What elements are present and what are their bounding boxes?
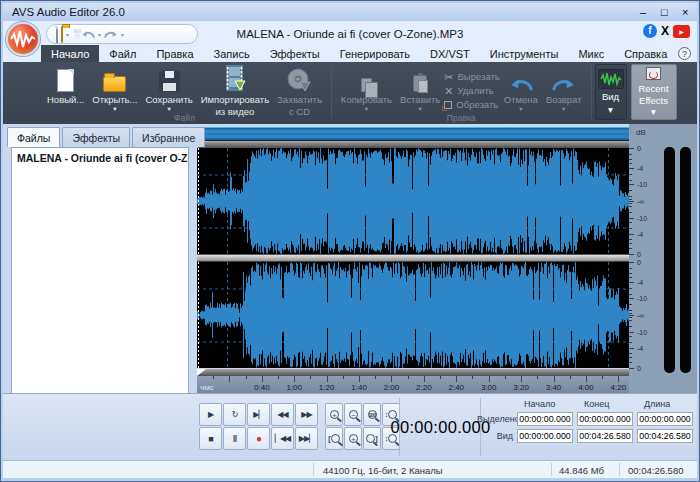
db-tick — [629, 273, 632, 274]
tab-record[interactable]: Запись — [204, 45, 260, 62]
quick-open-caret-icon[interactable]: ▾ — [66, 31, 69, 38]
length-header: Длина — [637, 399, 697, 409]
effects-tab-item[interactable]: Эффекты — [62, 127, 130, 147]
tab-file[interactable]: Файл — [99, 45, 146, 62]
favorites-tab-item[interactable]: Избранное — [132, 127, 205, 147]
forward-button[interactable]: ▶▶ — [295, 403, 318, 426]
copy-button[interactable]: Копировать ▾ — [337, 65, 396, 111]
tab-mix[interactable]: Микс — [568, 45, 614, 62]
db-tick — [629, 163, 632, 164]
quick-new-icon[interactable] — [56, 27, 58, 42]
window-title: AVS Audio Editor 26.0 — [12, 6, 125, 18]
film-strip-icon — [223, 65, 246, 93]
x-twitter-icon[interactable]: X — [661, 24, 669, 38]
transport-controls: ▶↻▶▏◀◀▶▶ ■‖●▏◀◀▶▶▏ — [199, 403, 318, 450]
menu-tab-label: Генерировать — [340, 48, 410, 60]
position-strip-top[interactable] — [197, 141, 629, 148]
db-tick — [629, 248, 632, 249]
zoom-selection-start-button[interactable]: [ — [325, 427, 343, 450]
db-tick — [629, 282, 634, 283]
tab-help[interactable]: Справка — [614, 45, 677, 62]
start-value-field[interactable]: 00:00:00.000 — [517, 429, 573, 443]
record-button[interactable]: ● — [247, 427, 270, 450]
channel-divider[interactable] — [197, 254, 629, 262]
quick-open-icon[interactable] — [61, 27, 63, 42]
db-label: -10 — [637, 295, 647, 302]
length-value-field[interactable]: 00:00:00.000 — [637, 412, 693, 426]
facebook-icon[interactable]: f — [643, 24, 657, 38]
skip-to-start-button[interactable]: ▏◀◀ — [271, 427, 294, 450]
end-value-field[interactable]: 00:04:26.580 — [577, 429, 633, 443]
tab-tools[interactable]: Инструменты — [480, 45, 569, 62]
recent-effects-icon — [646, 67, 661, 80]
quick-redo-caret-icon[interactable]: ▾ — [121, 31, 124, 38]
document-title: MALENA - Oriunde ai fi (cover O-Zone).MP… — [201, 28, 499, 40]
stop-button[interactable]: ■ — [199, 427, 222, 450]
open-button[interactable]: Открыть... ▾ — [88, 65, 141, 111]
position-marker-icon[interactable] — [197, 369, 206, 376]
close-button[interactable]: × — [676, 5, 689, 19]
db-tick — [629, 203, 632, 204]
youtube-icon[interactable]: ▶ — [673, 25, 690, 38]
zoom-in-button[interactable]: + — [325, 403, 343, 426]
timeline-label: 0:40 — [254, 383, 270, 392]
end-value-field[interactable]: 00:00:00.000 — [577, 412, 633, 426]
help-icon[interactable]: ? — [678, 47, 691, 60]
zoom-selection-button[interactable]: + — [344, 427, 362, 450]
delete-button[interactable]: ✕ Удалить — [444, 85, 499, 96]
play-looped-button[interactable]: ↻ — [223, 403, 246, 426]
timeline-tick — [310, 376, 311, 379]
waveform-channel-left[interactable] — [197, 148, 629, 254]
skip-to-end-button[interactable]: ▶▶▏ — [295, 427, 318, 450]
zoom-selection-end-button[interactable]: ] — [363, 427, 381, 450]
files-tab-item[interactable]: Файлы — [7, 127, 60, 147]
position-strip-bottom[interactable] — [197, 369, 629, 376]
redo-button[interactable]: Возврат ▾ — [542, 65, 586, 111]
tab-effects[interactable]: Эффекты — [260, 45, 330, 62]
timeline-tick — [359, 376, 360, 382]
db-label: -4 — [637, 231, 643, 238]
length-value-field[interactable]: 00:04:26.580 — [637, 429, 693, 443]
timeline-ruler[interactable]: чмс 0:401:001:201:402:002:202:403:003:20… — [197, 376, 629, 393]
db-tick — [629, 342, 632, 343]
tab-generate[interactable]: Генерировать — [330, 45, 420, 62]
db-tick — [629, 362, 632, 363]
save-button[interactable]: Сохранить ▾ — [141, 65, 196, 111]
recent-effects-button[interactable]: Recent Effects ▾ — [631, 64, 677, 120]
cut-button[interactable]: ✂ Вырезать — [444, 71, 499, 82]
view-waveform-icon — [598, 69, 624, 89]
title-bar[interactable]: AVS Audio Editor 26.0 – □ × — [3, 3, 697, 21]
minimize-button[interactable]: – — [634, 5, 647, 19]
tab-dxvst[interactable]: DX/VST — [420, 45, 480, 62]
undo-button[interactable]: Отмена ▾ — [500, 65, 542, 111]
quick-undo-icon[interactable] — [81, 27, 95, 42]
trim-button[interactable]: Обрезать — [444, 99, 499, 110]
play-to-end-button[interactable]: ▶▏ — [247, 403, 270, 426]
quick-access-toolbar: ▾ ▾ ▾ ▾ — [46, 24, 198, 44]
play-button[interactable]: ▶ — [199, 403, 222, 426]
tab-home[interactable]: Начало — [41, 45, 99, 62]
zoom-out-button[interactable]: − — [344, 403, 362, 426]
import-from-video-button[interactable]: Импортировать из видео — [197, 65, 273, 117]
tab-edit[interactable]: Правка — [146, 45, 203, 62]
rewind-button[interactable]: ◀◀ — [271, 403, 294, 426]
end-header: Конец — [577, 399, 637, 409]
app-logo-icon[interactable] — [6, 22, 40, 56]
maximize-button[interactable]: □ — [655, 5, 668, 19]
menu-tab-bar: НачалоФайлПравкаЗаписьЭффектыГенерироват… — [41, 45, 677, 62]
view-button[interactable]: Вид ▾ — [595, 64, 627, 120]
waveform-overview-bar[interactable] — [197, 127, 629, 141]
pause-button[interactable]: ‖ — [223, 427, 246, 450]
file-list-item[interactable]: MALENA - Oriunde ai fi (cover O-Zone).M — [12, 148, 188, 166]
zoom-100-button[interactable]: 100 — [363, 403, 381, 426]
new-button[interactable]: Новый... — [43, 65, 88, 105]
paste-button[interactable]: Вставить ▾ — [396, 65, 444, 111]
db-label: -10 — [637, 328, 647, 335]
db-tick — [629, 196, 632, 197]
waveform-channel-right[interactable] — [197, 262, 629, 368]
quick-redo-icon[interactable] — [104, 27, 118, 42]
start-value-field[interactable]: 00:00:00.000 — [517, 412, 573, 426]
start-header: Начало — [517, 399, 577, 409]
capture-from-cd-button[interactable]: Захватить с CD — [273, 65, 326, 117]
quick-undo-caret-icon[interactable]: ▾ — [98, 31, 101, 38]
